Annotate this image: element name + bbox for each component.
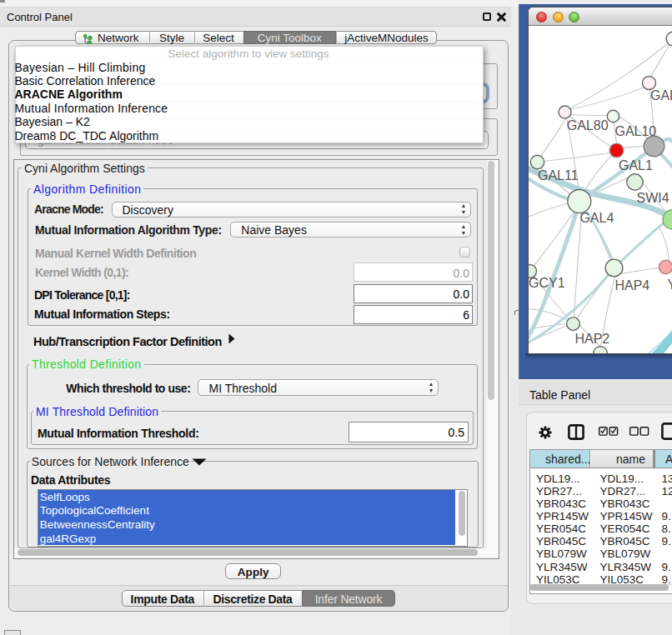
svg-text:GAL1: GAL1 [618,158,652,172]
svg-text:GAL80: GAL80 [566,118,608,132]
svg-text:YJ: YJ [667,278,672,292]
svg-text:GAL2: GAL2 [649,88,672,102]
svg-text:GCY1: GCY1 [529,275,565,289]
svg-text:GAL11: GAL11 [538,168,579,182]
svg-text:GAL10: GAL10 [614,124,656,138]
svg-text:HAP2: HAP2 [574,332,609,346]
svg-text:HAP4: HAP4 [614,278,649,292]
svg-text:SWI4: SWI4 [636,191,669,205]
svg-text:GAL4: GAL4 [579,211,614,225]
